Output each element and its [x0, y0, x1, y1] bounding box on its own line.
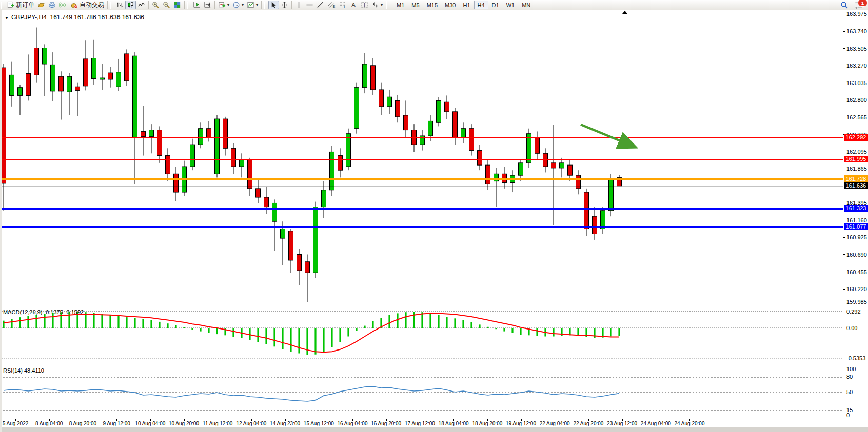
time-label[interactable]: 16 Aug 20:00	[371, 421, 401, 426]
time-label[interactable]: 24 Aug 20:00	[675, 421, 705, 426]
time-label[interactable]: 9 Aug 12:00	[103, 421, 130, 426]
notification-badge: 1	[858, 0, 867, 7]
macd-chart	[0, 307, 843, 365]
candle	[551, 163, 556, 168]
toolbar-separator	[184, 1, 185, 9]
autotrading-icon	[70, 1, 78, 9]
time-label[interactable]: 24 Aug 04:00	[641, 421, 671, 426]
symbol-period-label: GBPJPY-,H4	[11, 14, 47, 21]
vertical-line-button[interactable]	[293, 1, 304, 9]
clock-icon	[232, 1, 240, 9]
svg-text:A: A	[351, 2, 356, 8]
window-left-border	[0, 10, 2, 432]
time-label[interactable]: 11 Aug 12:00	[203, 421, 232, 426]
time-label[interactable]: 10 Aug 20:00	[169, 421, 199, 426]
time-label[interactable]: 18 Aug 20:00	[472, 421, 502, 426]
timeframe-toolbar: M1M5M15M30H1H4D1W1MN	[393, 1, 534, 9]
toolbar-separator	[148, 1, 149, 9]
new-order-icon	[7, 1, 14, 9]
timeframe-D1[interactable]: D1	[488, 1, 503, 9]
time-label[interactable]: 14 Aug 23:00	[270, 421, 300, 426]
time-label[interactable]: 16 Aug 04:00	[338, 421, 368, 426]
time-label[interactable]: 19 Aug 12:00	[506, 421, 536, 426]
macd-panel[interactable]: MACD(12,26,9) -0.1375 -0.1592	[0, 307, 843, 365]
label-button[interactable]: T	[359, 1, 370, 9]
cursor-button[interactable]	[268, 1, 279, 9]
crosshair-button[interactable]	[279, 1, 290, 9]
candle	[141, 131, 146, 136]
time-label[interactable]: 12 Aug 04:00	[236, 421, 266, 426]
candle	[133, 56, 137, 137]
chart-collapse-caret[interactable]: ▼	[5, 16, 9, 20]
candle	[437, 100, 441, 122]
timeframe-W1[interactable]: W1	[503, 1, 519, 9]
time-label[interactable]: 22 Aug 04:00	[540, 421, 570, 426]
candle	[568, 165, 573, 175]
candlestick-chart-button[interactable]	[125, 1, 136, 9]
rsi-panel[interactable]: RSI(14) 48.4110	[0, 366, 843, 420]
trendline-button[interactable]	[315, 1, 326, 9]
auto-scroll-button[interactable]	[191, 1, 202, 9]
timeframe-M30[interactable]: M30	[441, 1, 459, 9]
fibonacci-icon: F	[339, 1, 347, 9]
rsi-axis-label: 50	[846, 389, 853, 395]
horizontal-line-button[interactable]	[304, 1, 315, 9]
text-icon: A	[350, 1, 358, 9]
timeframe-M5[interactable]: M5	[408, 1, 423, 9]
time-label[interactable]: 17 Aug 12:00	[405, 421, 435, 426]
time-label[interactable]: 18 Aug 04:00	[439, 421, 469, 426]
new-order-button[interactable]: 新订单	[5, 1, 36, 9]
signals-button[interactable]	[57, 1, 68, 9]
price-tick	[843, 272, 845, 272]
time-label[interactable]: 23 Aug 12:00	[607, 421, 637, 426]
time-axis[interactable]: 5 Aug 20228 Aug 04:008 Aug 20:009 Aug 12…	[0, 419, 868, 427]
fibonacci-button[interactable]: F	[337, 1, 348, 9]
price-line-badge-161.077: 161.077	[844, 223, 868, 230]
bar-chart-button[interactable]	[114, 1, 125, 9]
time-label[interactable]: 10 Aug 04:00	[135, 421, 165, 426]
channel-button[interactable]: E	[326, 1, 337, 9]
periods-button[interactable]: ▾	[231, 1, 245, 9]
notifications-button[interactable]: 1	[853, 1, 865, 9]
line-chart-button[interactable]	[136, 1, 147, 9]
price-tick-label: 161.160	[846, 217, 867, 223]
timeframe-MN[interactable]: MN	[518, 1, 534, 9]
time-label[interactable]: 5 Aug 2022	[3, 421, 29, 426]
candle	[601, 211, 605, 229]
zoom-out-icon	[163, 1, 170, 9]
new-chart-button[interactable]: ▾	[216, 1, 231, 9]
chart-profiles-button[interactable]	[36, 1, 47, 9]
time-label[interactable]: 22 Aug 20:00	[573, 421, 603, 426]
candle	[59, 76, 64, 91]
timeframe-M15[interactable]: M15	[423, 1, 441, 9]
tile-windows-button[interactable]	[172, 1, 183, 9]
price-tick-label: 163.270	[846, 63, 867, 69]
candle	[486, 165, 490, 184]
candle	[92, 58, 96, 79]
chart-shift-button[interactable]	[202, 1, 213, 9]
candle	[305, 262, 310, 273]
arrows-button[interactable]: ▾	[370, 1, 384, 9]
timeframe-H4[interactable]: H4	[474, 1, 488, 9]
trend-arrow[interactable]	[581, 125, 634, 147]
time-label[interactable]: 8 Aug 04:00	[35, 421, 63, 426]
navigator-button[interactable]	[47, 1, 57, 9]
candle	[240, 159, 244, 167]
candlestick-chart[interactable]	[0, 11, 843, 307]
price-chart-panel[interactable]: ▼GBPJPY-,H4 161.749 161.786 161.636 161.…	[0, 11, 843, 307]
time-label[interactable]: 8 Aug 20:00	[69, 421, 96, 426]
timeframe-M1[interactable]: M1	[393, 1, 408, 9]
search-button[interactable]	[839, 1, 850, 9]
templates-button[interactable]: ▾	[245, 1, 260, 9]
zoom-out-button[interactable]	[161, 1, 172, 9]
price-tick-label: 163.740	[846, 28, 867, 34]
candle	[26, 74, 31, 96]
autotrading-button[interactable]: 自动交易	[68, 1, 106, 9]
timeframe-H1[interactable]: H1	[459, 1, 474, 9]
horizontal-line-icon	[306, 1, 313, 9]
price-tick-label: 163.975	[846, 11, 867, 17]
price-line-badge-162.292: 162.292	[844, 134, 868, 141]
zoom-in-button[interactable]	[150, 1, 161, 9]
time-label[interactable]: 15 Aug 12:00	[304, 421, 334, 426]
text-button[interactable]: A	[348, 1, 359, 9]
